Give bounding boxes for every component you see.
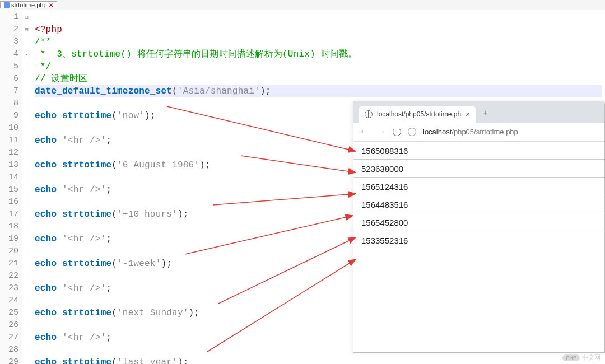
- tab-filename: strtotime.php: [11, 2, 47, 8]
- browser-tab-bar: localhost/php05/strtotime.ph × +: [353, 101, 604, 123]
- url-display[interactable]: localhost/php05/strtotime.php: [423, 128, 518, 136]
- output-value: 1565088316: [353, 142, 604, 159]
- file-tab-bar: strtotime.php ✕: [0, 0, 605, 10]
- indent-guide: [38, 21, 38, 364]
- output-value: 1565124316: [353, 178, 604, 195]
- browser-window: localhost/php05/strtotime.ph × + ← → i l…: [353, 101, 605, 353]
- reload-icon[interactable]: [393, 128, 401, 136]
- php-file-icon: [4, 2, 10, 8]
- fold-toggle[interactable]: ⊟: [22, 11, 31, 24]
- fold-column: ⊟ ⊟ -: [22, 10, 31, 364]
- tab-close-icon[interactable]: ×: [466, 110, 470, 119]
- output-value: 1565452800: [353, 213, 604, 231]
- browser-tab[interactable]: localhost/php05/strtotime.ph ×: [359, 106, 476, 123]
- file-tab[interactable]: strtotime.php ✕: [0, 1, 57, 8]
- output-value: 523638000: [353, 160, 604, 177]
- site-info-icon[interactable]: i: [408, 128, 416, 136]
- output-value: 1564483516: [353, 195, 604, 213]
- back-icon[interactable]: ←: [359, 126, 369, 138]
- close-icon[interactable]: ✕: [49, 2, 53, 8]
- fold-toggle[interactable]: ⊟: [22, 24, 31, 36]
- address-bar: ← → i localhost/php05/strtotime.php: [353, 123, 604, 142]
- line-number-gutter: 1234567891011121314151617181920212223242…: [0, 10, 22, 364]
- watermark: PHP 中文网: [562, 353, 601, 362]
- forward-icon: →: [376, 126, 386, 138]
- browser-tab-title: localhost/php05/strtotime.ph: [377, 110, 461, 118]
- page-content: 1565088316 523638000 1565124316 15644835…: [353, 142, 604, 249]
- output-value: 1533552316: [353, 231, 604, 249]
- new-tab-button[interactable]: +: [482, 108, 487, 118]
- globe-icon: [365, 110, 373, 118]
